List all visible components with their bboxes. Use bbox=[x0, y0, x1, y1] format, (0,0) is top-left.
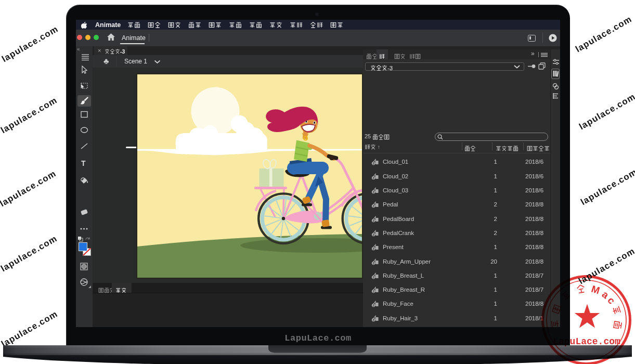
svg-text:LapuLace.com: LapuLace.com bbox=[553, 336, 620, 347]
svg-text:M: M bbox=[590, 283, 601, 296]
